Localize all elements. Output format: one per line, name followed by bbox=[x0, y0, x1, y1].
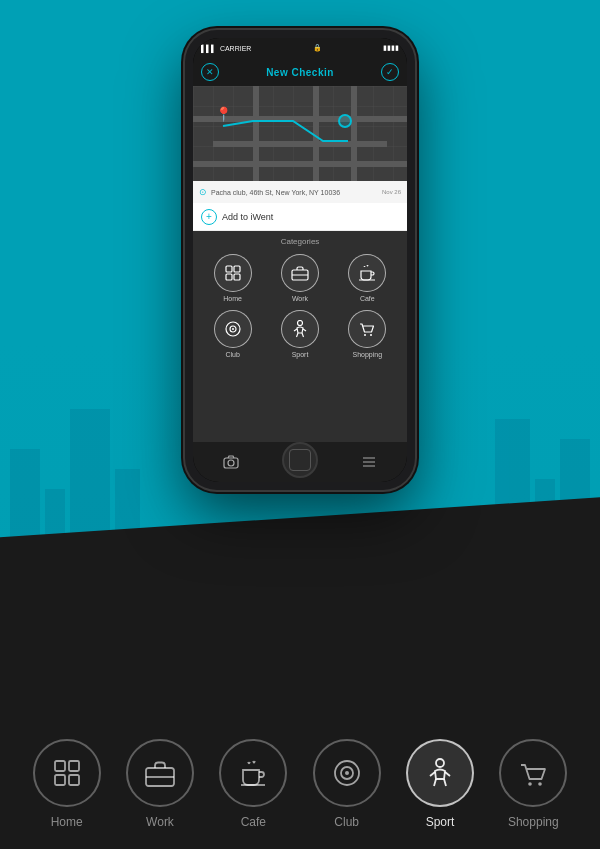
bottom-nav-list[interactable] bbox=[361, 455, 377, 469]
category-work-label: Work bbox=[292, 295, 308, 302]
nav-bar: ✕ New Checkin ✓ bbox=[193, 58, 407, 86]
bottom-nav-camera[interactable] bbox=[223, 455, 239, 469]
carrier-name: CARRIER bbox=[220, 45, 252, 52]
plus-icon: + bbox=[206, 211, 212, 222]
svg-rect-26 bbox=[69, 775, 79, 785]
bottom-icons-row: Home Work bbox=[0, 739, 600, 829]
check-icon: ✓ bbox=[386, 67, 394, 77]
svg-point-34 bbox=[528, 782, 532, 786]
map-pin-start: 📍 bbox=[215, 106, 232, 122]
category-club-label: Club bbox=[225, 351, 239, 358]
big-icon-sport-label: Sport bbox=[426, 815, 455, 829]
svg-point-12 bbox=[370, 334, 372, 336]
big-icon-cafe[interactable]: Cafe bbox=[219, 739, 287, 829]
location-bar: ⊙ Pacha club, 46th St, New York, NY 1003… bbox=[193, 181, 407, 203]
route-svg bbox=[193, 86, 407, 181]
bottom-icons-section: Home Work bbox=[0, 649, 600, 849]
signal-bars: ▌▌▌ bbox=[201, 45, 216, 52]
home-button-inner bbox=[289, 449, 311, 471]
svg-rect-25 bbox=[55, 775, 65, 785]
svg-point-35 bbox=[538, 782, 542, 786]
svg-rect-2 bbox=[226, 274, 232, 280]
svg-point-11 bbox=[364, 334, 366, 336]
categories-section: Categories Home bbox=[193, 231, 407, 442]
location-address: Pacha club, 46th St, New York, NY 10036 bbox=[211, 189, 340, 196]
svg-point-33 bbox=[436, 759, 444, 767]
svg-point-9 bbox=[232, 328, 234, 330]
phone-screen: ▌▌▌ CARRIER 🔒 ▮▮▮▮ ✕ New Checkin ✓ bbox=[193, 38, 407, 482]
big-icon-work-circle bbox=[126, 739, 194, 807]
phone-device: ▌▌▌ CARRIER 🔒 ▮▮▮▮ ✕ New Checkin ✓ bbox=[185, 30, 415, 490]
close-button[interactable]: ✕ bbox=[201, 63, 219, 81]
location-date: Nov 26 bbox=[382, 189, 401, 195]
svg-point-14 bbox=[228, 460, 234, 466]
lock-icon: 🔒 bbox=[313, 44, 322, 52]
home-button[interactable] bbox=[282, 442, 318, 478]
status-right: ▮▮▮▮ bbox=[383, 44, 399, 52]
svg-rect-1 bbox=[234, 266, 240, 272]
category-sport-label: Sport bbox=[292, 351, 309, 358]
screen-content: ▌▌▌ CARRIER 🔒 ▮▮▮▮ ✕ New Checkin ✓ bbox=[193, 38, 407, 482]
map-area[interactable]: 📍 bbox=[193, 86, 407, 181]
big-icon-sport-circle bbox=[406, 739, 474, 807]
category-grid: Home Work bbox=[197, 254, 403, 358]
category-home-icon bbox=[214, 254, 252, 292]
big-icon-sport[interactable]: Sport bbox=[406, 739, 474, 829]
big-icon-shopping-circle bbox=[499, 739, 567, 807]
add-to-iwent-section[interactable]: + Add to iWent bbox=[193, 203, 407, 231]
big-icon-work[interactable]: Work bbox=[126, 739, 194, 829]
category-work[interactable]: Work bbox=[268, 254, 331, 302]
close-icon: ✕ bbox=[206, 67, 214, 77]
nav-title: New Checkin bbox=[266, 67, 334, 78]
big-icon-cafe-label: Cafe bbox=[241, 815, 266, 829]
map-pin-end bbox=[338, 114, 352, 128]
svg-point-32 bbox=[345, 771, 349, 775]
location-pin-icon: ⊙ bbox=[199, 187, 207, 197]
category-home-label: Home bbox=[223, 295, 242, 302]
big-icon-shopping[interactable]: Shopping bbox=[499, 739, 567, 829]
big-icon-cafe-circle bbox=[219, 739, 287, 807]
category-sport[interactable]: Sport bbox=[268, 310, 331, 358]
battery-icon: ▮▮▮▮ bbox=[383, 44, 399, 52]
status-left: ▌▌▌ CARRIER bbox=[201, 45, 251, 52]
category-work-icon bbox=[281, 254, 319, 292]
category-club[interactable]: Club bbox=[201, 310, 264, 358]
category-shopping-icon bbox=[348, 310, 386, 348]
big-icon-work-label: Work bbox=[146, 815, 174, 829]
svg-rect-24 bbox=[69, 761, 79, 771]
svg-point-10 bbox=[297, 321, 302, 326]
svg-rect-23 bbox=[55, 761, 65, 771]
big-icon-shopping-label: Shopping bbox=[508, 815, 559, 829]
category-cafe-label: Cafe bbox=[360, 295, 375, 302]
add-circle-icon: + bbox=[201, 209, 217, 225]
categories-title: Categories bbox=[197, 237, 403, 246]
svg-rect-3 bbox=[234, 274, 240, 280]
svg-rect-0 bbox=[226, 266, 232, 272]
big-icon-club-label: Club bbox=[334, 815, 359, 829]
category-shopping-label: Shopping bbox=[353, 351, 383, 358]
status-bar: ▌▌▌ CARRIER 🔒 ▮▮▮▮ bbox=[193, 38, 407, 58]
category-cafe-icon bbox=[348, 254, 386, 292]
add-label: Add to iWent bbox=[222, 212, 273, 222]
category-cafe[interactable]: Cafe bbox=[336, 254, 399, 302]
category-club-icon bbox=[214, 310, 252, 348]
big-icon-home[interactable]: Home bbox=[33, 739, 101, 829]
category-shopping[interactable]: Shopping bbox=[336, 310, 399, 358]
category-sport-icon bbox=[281, 310, 319, 348]
big-icon-club[interactable]: Club bbox=[313, 739, 381, 829]
big-icon-club-circle bbox=[313, 739, 381, 807]
big-icon-home-circle bbox=[33, 739, 101, 807]
confirm-button[interactable]: ✓ bbox=[381, 63, 399, 81]
big-icon-home-label: Home bbox=[51, 815, 83, 829]
category-home[interactable]: Home bbox=[201, 254, 264, 302]
